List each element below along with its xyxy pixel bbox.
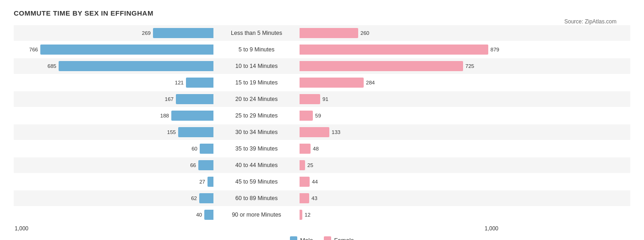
legend-male: Male (290, 236, 313, 240)
right-section: 284 (298, 78, 499, 88)
right-section: 59 (298, 111, 499, 121)
male-bar (171, 111, 213, 121)
female-bar (300, 111, 313, 121)
right-section: 25 (298, 160, 499, 170)
female-bar (300, 94, 320, 104)
legend-male-label: Male (300, 237, 313, 240)
right-section: 879 (298, 45, 499, 55)
legend-female: Female (324, 236, 354, 240)
female-value: 91 (322, 96, 328, 102)
male-bar (186, 78, 213, 88)
male-value: 269 (142, 30, 151, 36)
male-bar (59, 61, 213, 71)
row-label: 25 to 29 Minutes (215, 112, 298, 119)
right-section: 43 (298, 193, 499, 203)
right-section: 133 (298, 127, 499, 137)
axis-row: 1,000 1,000 (14, 225, 630, 232)
female-bar (300, 177, 310, 187)
table-row: 66 40 to 44 Minutes 25 (14, 157, 630, 173)
row-label: 5 to 9 Minutes (215, 46, 298, 53)
female-value: 44 (312, 179, 318, 184)
female-value: 12 (305, 212, 311, 218)
female-value: 284 (366, 80, 375, 85)
table-row: 269 Less than 5 Minutes 260 (14, 25, 630, 41)
chart-title: COMMUTE TIME BY SEX IN EFFINGHAM (14, 9, 630, 17)
male-value: 66 (190, 162, 196, 168)
row-label: 30 to 34 Minutes (215, 129, 298, 135)
right-section: 44 (298, 177, 499, 187)
female-value: 43 (311, 195, 317, 201)
female-value: 879 (491, 47, 499, 52)
male-value: 27 (199, 179, 205, 184)
table-row: 685 10 to 14 Minutes 725 (14, 58, 630, 74)
table-row: 27 45 to 59 Minutes 44 (14, 174, 630, 190)
female-bar (300, 45, 488, 55)
male-value: 685 (48, 63, 56, 69)
row-label: 90 or more Minutes (215, 212, 298, 218)
row-label: 45 to 59 Minutes (215, 179, 298, 185)
male-value: 121 (175, 80, 184, 85)
right-section: 12 (298, 210, 499, 220)
left-section: 167 (14, 94, 215, 104)
female-bar (300, 78, 364, 88)
female-value: 48 (313, 146, 319, 151)
left-section: 121 (14, 78, 215, 88)
male-bar (40, 45, 213, 55)
row-label: 10 to 14 Minutes (215, 63, 298, 69)
right-section: 725 (298, 61, 499, 71)
right-section: 48 (298, 144, 499, 154)
left-section: 62 (14, 193, 215, 203)
female-value: 59 (315, 113, 321, 118)
left-section: 40 (14, 210, 215, 220)
female-bar (300, 144, 311, 154)
legend-female-label: Female (334, 237, 354, 240)
row-label: Less than 5 Minutes (215, 30, 298, 36)
left-section: 155 (14, 127, 215, 137)
table-row: 188 25 to 29 Minutes 59 (14, 108, 630, 123)
female-bar (300, 28, 358, 38)
male-value: 60 (191, 146, 197, 151)
left-section: 66 (14, 160, 215, 170)
female-bar (300, 61, 463, 71)
female-bar (300, 127, 329, 137)
left-section: 269 (14, 28, 215, 38)
row-label: 60 to 89 Minutes (215, 195, 298, 201)
male-value: 62 (191, 195, 197, 201)
left-section: 60 (14, 144, 215, 154)
table-row: 167 20 to 24 Minutes 91 (14, 91, 630, 107)
male-bar (204, 210, 213, 220)
male-bar (176, 94, 213, 104)
legend-female-box (324, 236, 331, 240)
male-bar (153, 28, 213, 38)
axis-right: 1,000 (298, 225, 499, 232)
chart-area: 269 Less than 5 Minutes 260 766 5 to 9 M… (14, 25, 630, 240)
male-value: 167 (165, 96, 174, 102)
row-label: 40 to 44 Minutes (215, 162, 298, 168)
table-row: 62 60 to 89 Minutes 43 (14, 190, 630, 206)
table-row: 121 15 to 19 Minutes 284 (14, 75, 630, 90)
male-value: 766 (29, 47, 38, 52)
left-section: 685 (14, 61, 215, 71)
source-label: Source: ZipAtlas.com (564, 18, 617, 25)
male-value: 188 (160, 113, 169, 118)
left-section: 188 (14, 111, 215, 121)
row-label: 20 to 24 Minutes (215, 96, 298, 102)
male-bar (198, 160, 213, 170)
female-value: 133 (332, 129, 340, 135)
male-value: 155 (167, 129, 176, 135)
table-row: 155 30 to 34 Minutes 133 (14, 124, 630, 140)
right-section: 91 (298, 94, 499, 104)
male-bar (200, 144, 213, 154)
female-value: 725 (465, 63, 474, 69)
male-bar (178, 127, 213, 137)
male-bar (207, 177, 213, 187)
female-bar (300, 210, 302, 220)
male-value: 40 (196, 212, 202, 218)
female-bar (300, 193, 309, 203)
axis-left: 1,000 (14, 225, 215, 232)
table-row: 60 35 to 39 Minutes 48 (14, 141, 630, 156)
row-label: 15 to 19 Minutes (215, 79, 298, 86)
female-value: 25 (307, 162, 313, 168)
legend-male-box (290, 236, 297, 240)
legend: Male Female (14, 236, 630, 240)
